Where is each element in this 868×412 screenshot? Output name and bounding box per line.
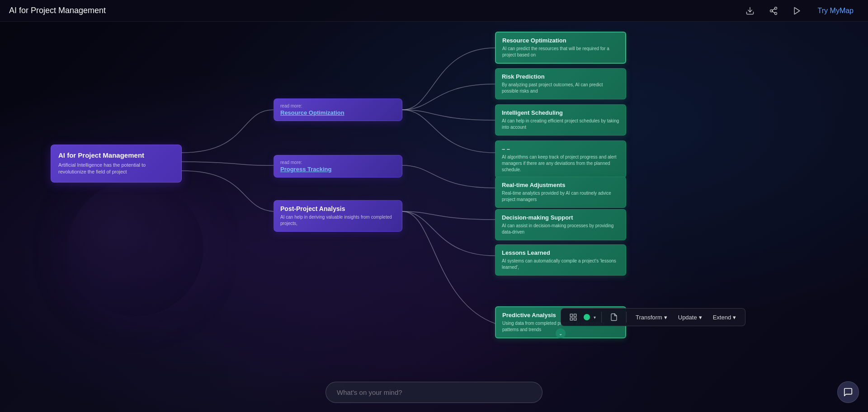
branch-read-more-label: read more: xyxy=(280,103,396,108)
extend-label: Extend xyxy=(713,314,731,321)
leaf-risk-prediction-title: Risk Prediction xyxy=(502,73,619,80)
share-button[interactable] xyxy=(765,5,782,17)
root-node-description: Artificial Intelligence has the potentia… xyxy=(58,162,174,176)
update-chevron-icon: ▾ xyxy=(699,314,702,321)
svg-rect-7 xyxy=(570,314,572,316)
update-dropdown-button[interactable]: Update ▾ xyxy=(675,312,706,323)
chat-input-wrapper xyxy=(326,382,542,403)
branch-post-project-desc: AI can help in deriving valuable insight… xyxy=(280,214,396,227)
connector-lines xyxy=(0,22,868,412)
branch-resource-link[interactable]: Resource Optimization xyxy=(280,109,396,116)
expand-predictive-button[interactable]: ⌄ xyxy=(556,328,566,338)
leaf-decision-title: Decision-making Support xyxy=(502,214,619,221)
root-node-title: AI for Project Management xyxy=(58,151,174,159)
root-node[interactable]: AI for Project Management Artificial Int… xyxy=(51,145,182,183)
leaf-intelligent-scheduling-desc: AI can help in creating efficient projec… xyxy=(502,118,619,131)
branch-progress-link[interactable]: Progress Tracking xyxy=(280,166,396,173)
branch-post-project-title: Post-Project Analysis xyxy=(280,205,396,212)
try-mymap-button[interactable]: Try MyMap xyxy=(812,5,859,17)
branch-read-more-label-2: read more: xyxy=(280,160,396,165)
leaf-decision-desc: AI can assist in decision-making process… xyxy=(502,223,619,235)
toolbar-divider-2 xyxy=(626,312,627,323)
mind-map-canvas: AI for Project Management Artificial Int… xyxy=(0,22,868,412)
svg-marker-6 xyxy=(794,7,800,14)
leaf-resource-optimization-title: Resource Optimization xyxy=(502,37,619,44)
transform-label: Transform xyxy=(636,314,662,321)
app-title: AI for Project Management xyxy=(9,6,106,15)
header: AI for Project Management Try MyMap xyxy=(0,0,868,22)
leaf-realtime-adjustments[interactable]: Real-time Adjustments Real-time analytic… xyxy=(495,177,626,208)
color-picker-dot[interactable] xyxy=(584,314,590,320)
transform-chevron-icon: ▾ xyxy=(664,314,667,321)
leaf-progress-monitoring-title: – – xyxy=(502,145,619,152)
leaf-risk-prediction[interactable]: Risk Prediction By analyzing past projec… xyxy=(495,68,626,99)
download-button[interactable] xyxy=(742,5,758,17)
svg-rect-9 xyxy=(570,318,572,320)
leaf-realtime-desc: Real-time analytics provided by AI can r… xyxy=(502,190,619,203)
leaf-decision-support[interactable]: Decision-making Support AI can assist in… xyxy=(495,209,626,240)
leaf-intelligent-scheduling-title: Intelligent Scheduling xyxy=(502,109,619,116)
svg-line-4 xyxy=(772,11,775,13)
document-icon-button[interactable] xyxy=(607,311,621,323)
leaf-lessons-title: Lessons Learned xyxy=(502,249,619,256)
svg-rect-8 xyxy=(574,314,576,316)
svg-rect-10 xyxy=(574,318,576,320)
leaf-lessons-learned[interactable]: Lessons Learned AI systems can automatic… xyxy=(495,244,626,276)
leaf-intelligent-scheduling[interactable]: Intelligent Scheduling AI can help in cr… xyxy=(495,104,626,136)
leaf-realtime-title: Real-time Adjustments xyxy=(502,182,619,188)
update-label: Update xyxy=(678,314,697,321)
play-button[interactable] xyxy=(789,5,805,17)
extend-dropdown-button[interactable]: Extend ▾ xyxy=(709,312,740,323)
branch-node-post-project[interactable]: Post-Project Analysis AI can help in der… xyxy=(274,200,402,232)
header-actions: Try MyMap xyxy=(742,5,859,17)
svg-line-5 xyxy=(772,9,775,10)
leaf-lessons-desc: AI systems can automatically compile a p… xyxy=(502,258,619,271)
leaf-resource-optimization[interactable]: Resource Optimization AI can predict the… xyxy=(495,32,626,64)
branch-node-resource-opt[interactable]: read more: Resource Optimization xyxy=(274,98,402,121)
branch-node-progress-tracking[interactable]: read more: Progress Tracking xyxy=(274,155,402,178)
extend-chevron-icon: ▾ xyxy=(733,314,736,321)
expand-icon-button[interactable] xyxy=(566,311,580,323)
chat-bubble-button[interactable] xyxy=(837,381,859,403)
transform-dropdown-button[interactable]: Transform ▾ xyxy=(632,312,671,323)
leaf-resource-optimization-desc: AI can predict the resources that will b… xyxy=(502,46,619,58)
leaf-risk-prediction-desc: By analyzing past project outcomes, AI c… xyxy=(502,82,619,94)
leaf-progress-monitoring[interactable]: – – AI algorithms can keep track of proj… xyxy=(495,140,626,178)
color-chevron-icon[interactable]: ▾ xyxy=(594,315,596,320)
chat-input[interactable] xyxy=(326,382,542,403)
leaf-progress-monitoring-desc: AI algorithms can keep track of project … xyxy=(502,154,619,173)
bottom-toolbar: ▾ Transform ▾ Update ▾ Extend ▾ xyxy=(561,308,745,326)
toolbar-divider-1 xyxy=(601,312,602,323)
